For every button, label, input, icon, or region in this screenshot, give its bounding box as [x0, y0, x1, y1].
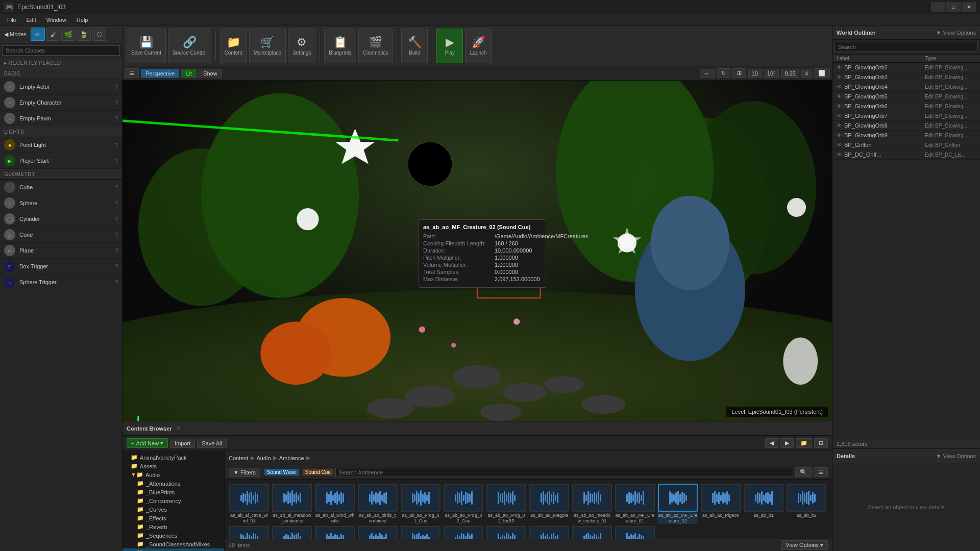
place-item-empty-actor[interactable]: ○ Empty Actor ? [0, 79, 122, 95]
visibility-icon-6[interactable]: 👁 [837, 113, 842, 119]
visibility-icon-5[interactable]: 👁 [837, 103, 842, 109]
maximize-vp-btn[interactable]: ⬜ [814, 68, 830, 78]
asset-row2-2[interactable]: as_ab_b2 [786, 484, 827, 524]
place-item-sphere-trigger[interactable]: ○ Sphere Trigger ? [0, 274, 122, 290]
nav-back-button[interactable]: ◀ [765, 438, 778, 448]
grid-snap-btn[interactable]: 10 [748, 69, 762, 78]
search-classes-input[interactable] [2, 45, 120, 56]
sound-wave-badge[interactable]: Sound Wave [264, 469, 299, 475]
outliner-item-orb4[interactable]: 👁 BP_GlowingOrb4 Edit BP_Glowing... [832, 82, 980, 92]
cb-view-options-btn[interactable]: ⊞ [814, 438, 828, 448]
lit-btn[interactable]: Lit [181, 69, 197, 78]
menu-window[interactable]: Window [41, 16, 71, 24]
foliage-mode-btn[interactable]: 🍃 [77, 28, 91, 41]
outliner-item-dc-griff[interactable]: 👁 BP_DC_Griff... Edit BP_DC_Lis... [832, 150, 980, 160]
show-btn[interactable]: Show [199, 69, 222, 78]
asset-cave-wind[interactable]: as_ab_al_cave_wind_01 [229, 484, 270, 524]
asset-mf-creature-02[interactable]: as_ab_ao_MF_Creature_02 [657, 484, 698, 524]
breadcrumb-audio[interactable]: Audio [257, 455, 271, 461]
folder-sequences[interactable]: 📁 _Sequences [122, 531, 224, 540]
sound-cue-badge[interactable]: Sound Cue [303, 469, 333, 475]
visibility-icon-8[interactable]: 👁 [837, 132, 842, 138]
paint-mode-btn[interactable]: 🖌 [46, 28, 60, 41]
asset-magpie[interactable]: as_ab_ao_Magpie [529, 484, 570, 524]
folder-concurrency[interactable]: 📁 _Concurrency [122, 496, 224, 505]
cinematics-button[interactable]: 🎬 Cinematics [358, 29, 393, 63]
visibility-icon-3[interactable]: 👁 [837, 84, 842, 90]
landscape-mode-btn[interactable]: 🌿 [61, 28, 76, 41]
outliner-item-orb6[interactable]: 👁 BP_GlowingOrb6 Edit BP_Glowing... [832, 102, 980, 111]
folder-effects[interactable]: 📁 _Effects [122, 514, 224, 522]
visibility-icon-2[interactable]: 👁 [837, 74, 842, 80]
scale-snap-btn[interactable]: 0.25 [781, 69, 799, 78]
asset-meadow-ambience[interactable]: as_ab_al_meadow_ambience [272, 484, 312, 524]
place-item-plane[interactable]: ▭ Plane ? [0, 243, 122, 259]
filters-button[interactable]: ▼ Filters [229, 468, 260, 477]
import-button[interactable]: Import [170, 439, 195, 448]
mesh-mode-btn[interactable]: ⬡ [92, 28, 106, 41]
cb-view-options-status-btn[interactable]: View Options ▾ [781, 540, 828, 550]
lights-section[interactable]: Lights [0, 127, 122, 137]
marketplace-button[interactable]: 🛒 Marketplace [249, 29, 286, 63]
place-item-point-light[interactable]: ● Point Light ? [0, 137, 122, 153]
geometry-section[interactable]: Geometry [0, 169, 122, 180]
minimize-button[interactable]: − [931, 2, 945, 12]
asset-row2-8[interactable]: as_ab_b8 [443, 526, 484, 539]
outliner-item-orb3[interactable]: 👁 BP_GlowingOrb3 Edit BP_Glowing... [832, 72, 980, 82]
camera-speed-btn[interactable]: 4 [801, 69, 812, 78]
asset-row2-12[interactable]: as_ab_b12 [615, 526, 655, 539]
outliner-item-orb7[interactable]: 👁 BP_GlowingOrb7 Edit BP_Glowing... [832, 111, 980, 121]
asset-meadow-crickets[interactable]: as_ab_ao_meadow_crickets_01 [572, 484, 612, 524]
details-view-opts[interactable]: ▼ View Options [936, 453, 976, 459]
rotate-btn[interactable]: ↻ [717, 68, 730, 78]
folder-animal-variety[interactable]: 📁 AnimalVarietyPack [122, 453, 224, 462]
cb-search-btn[interactable]: 🔍 [795, 467, 812, 477]
place-mode-btn[interactable]: ✏ [31, 28, 45, 41]
menu-file[interactable]: File [2, 16, 21, 24]
asset-row2-3[interactable]: as_ab_b3 [229, 526, 270, 539]
folder-attenuations[interactable]: 📁 _Attenuations [122, 479, 224, 488]
asset-wind-whistle[interactable]: as_ab_al_wind_whistle [314, 484, 355, 524]
folder-curves[interactable]: 📁 _Curves [122, 505, 224, 514]
cb-search-input[interactable] [335, 468, 793, 477]
folder-ambience[interactable]: 📂 Ambience [122, 548, 224, 551]
visibility-icon[interactable]: 👁 [837, 64, 842, 70]
blueprints-button[interactable]: 📋 Blueprints [324, 29, 356, 63]
place-item-sphere[interactable]: ○ Sphere ? [0, 195, 122, 211]
asset-frog-02-cue[interactable]: as_ab_ao_Frog_02_Cue [443, 484, 484, 524]
add-new-button[interactable]: + Add New ▾ [127, 438, 168, 448]
basic-section[interactable]: Basic [0, 68, 122, 79]
asset-pigeon[interactable]: as_ab_ao_Pigeon [700, 484, 741, 524]
play-button[interactable]: ▶ Play [436, 29, 463, 63]
folder-soundclasses[interactable]: 📁 _SoundClassesAndMixes [122, 540, 224, 548]
cb-grid-settings-btn[interactable]: ☰ [814, 467, 828, 477]
place-item-cone[interactable]: △ Cone ? [0, 227, 122, 243]
asset-row2-7[interactable]: as_ab_b7 [400, 526, 441, 539]
content-button[interactable]: 📁 Content [220, 29, 247, 63]
build-button[interactable]: 🔨 Build [401, 29, 428, 63]
outliner-item-orb9[interactable]: 👁 BP_GlowingOrb9 Edit BP_Glowing... [832, 131, 980, 140]
menu-edit[interactable]: Edit [21, 16, 41, 24]
folder-audio[interactable]: ▼📁 Audio [122, 470, 224, 479]
visibility-icon-7[interactable]: 👁 [837, 122, 842, 129]
asset-row2-1[interactable]: as_ab_b1 [743, 484, 784, 524]
asset-row2-11[interactable]: as_ab_b11 [572, 526, 612, 539]
asset-frog-01-cue[interactable]: as_ab_ao_Frog_01_Cue [400, 484, 441, 524]
place-item-cylinder[interactable]: ◯ Cylinder ? [0, 211, 122, 227]
folder-assets[interactable]: 📁 Assets [122, 462, 224, 470]
place-item-cube[interactable]: ⬛ Cube ? [0, 180, 122, 195]
source-control-button[interactable]: 🔗 Source Control [168, 29, 211, 63]
perspective-btn[interactable]: Perspective [141, 69, 179, 78]
menu-help[interactable]: Help [71, 16, 93, 24]
asset-birds-combined[interactable]: as_ab_ao_birds_combined [357, 484, 398, 524]
place-item-box-trigger[interactable]: □ Box Trigger ? [0, 259, 122, 274]
translate-btn[interactable]: ↔ [700, 69, 715, 78]
place-item-empty-pawn[interactable]: ○ Empty Pawn ? [0, 111, 122, 127]
cb-close-btn[interactable]: ✕ [176, 425, 181, 432]
asset-row2-9[interactable]: as_ab_b9 [486, 526, 527, 539]
place-item-player-start[interactable]: ▶ Player Start ? [0, 153, 122, 169]
folder-reverb[interactable]: 📁 _Reverb [122, 522, 224, 531]
visibility-icon-10[interactable]: 👁 [837, 152, 842, 158]
save-all-button[interactable]: Save All [197, 439, 227, 448]
outliner-item-orb2[interactable]: 👁 BP_GlowingOrb2 Edit BP_Glowing... [832, 63, 980, 72]
